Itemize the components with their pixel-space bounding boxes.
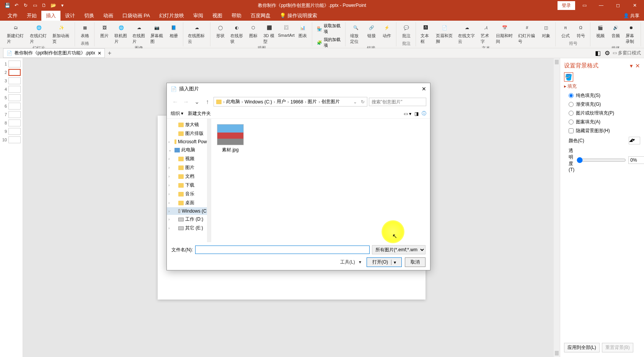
tab-home[interactable]: 开始: [22, 11, 41, 21]
hide-bg-checkbox[interactable]: 隐藏背景图形(H): [564, 126, 640, 135]
expand-icon[interactable]: ›: [168, 201, 170, 205]
search-input[interactable]: [369, 98, 426, 106]
tab-insert[interactable]: 插入: [41, 11, 60, 21]
tab-review[interactable]: 审阅: [189, 11, 208, 21]
open-icon[interactable]: 📂: [49, 1, 57, 10]
slide-thumb-row[interactable]: 1: [0, 60, 23, 68]
scroll-up-icon[interactable]: [555, 60, 559, 64]
tree-item[interactable]: 图片排版: [167, 129, 211, 138]
comment-button[interactable]: 💬批注: [399, 22, 413, 39]
close-tab-icon[interactable]: ✕: [98, 51, 101, 56]
tell-me-search[interactable]: 💡 操作说明搜索: [275, 11, 322, 21]
smartart-button[interactable]: ⿴SmartArt: [278, 22, 294, 38]
panel-close-icon[interactable]: ✕: [635, 62, 640, 69]
crumb[interactable]: Windows (C:): [245, 99, 272, 105]
picture-button[interactable]: 🖼图片: [98, 22, 111, 39]
pattern-fill-radio[interactable]: 图案填充(A): [564, 118, 640, 126]
shapes-button[interactable]: ◯形状: [214, 22, 227, 39]
expand-icon[interactable]: ›: [168, 174, 170, 178]
expand-icon[interactable]: ⌄: [168, 148, 171, 152]
organize-button[interactable]: 组织 ▾: [171, 110, 183, 117]
toolbar-settings-icon[interactable]: ⚙: [603, 49, 611, 57]
online-picture-button[interactable]: 🌐联机图片: [113, 22, 129, 45]
expand-icon[interactable]: ›: [168, 209, 170, 213]
redo-icon[interactable]: ↻: [21, 1, 30, 10]
folder-tree[interactable]: 放大镜图片排版›Microsoft Powe⌄此电脑›视频›图片›文档›下载›音…: [167, 119, 211, 242]
equation-button[interactable]: π公式: [559, 22, 572, 39]
slide-thumb-row[interactable]: 3: [0, 77, 23, 85]
tree-item[interactable]: ›下载: [167, 181, 211, 190]
expand-icon[interactable]: ›: [168, 217, 170, 221]
qat-more-icon[interactable]: ▾: [58, 1, 67, 10]
tab-baidu[interactable]: 百度网盘: [246, 11, 275, 21]
dialog-close-icon[interactable]: ✕: [422, 86, 426, 92]
tree-item[interactable]: ›图片: [167, 163, 211, 172]
refresh-icon[interactable]: ↻: [359, 99, 365, 105]
filetype-select[interactable]: 所有图片(*.emf;*.wmf;*.jpg;*.ji: [372, 245, 426, 254]
crumb[interactable]: 创意图片: [321, 98, 340, 105]
color-picker[interactable]: ◢▾: [629, 137, 640, 144]
slide-thumb-row[interactable]: 2: [0, 68, 23, 77]
share-button[interactable]: 👤 共享: [623, 13, 639, 19]
icons-button[interactable]: ⬡图标: [246, 22, 260, 39]
panel-dropdown-icon[interactable]: ▾: [630, 62, 633, 69]
close-icon[interactable]: ✕: [627, 0, 642, 11]
save-icon[interactable]: 💾: [3, 1, 11, 10]
tree-item[interactable]: ⌄此电脑: [167, 146, 211, 154]
crumb[interactable]: 此电脑: [226, 98, 240, 105]
table-button[interactable]: ▦表格: [78, 22, 92, 39]
new-icon[interactable]: 🗋: [40, 1, 48, 10]
fill-section[interactable]: ▸ 填充: [564, 82, 640, 91]
new-anim-page-button[interactable]: ✨新加动画页: [51, 22, 72, 45]
tree-item[interactable]: ›其它 (E:): [167, 224, 211, 233]
slide-thumb-row[interactable]: 9: [0, 127, 23, 136]
tree-item[interactable]: ›Windows (C:): [167, 207, 211, 215]
file-list[interactable]: 素材.jpg ↖: [211, 119, 430, 242]
object-button[interactable]: ◫对象: [539, 22, 553, 39]
slide-number-button[interactable]: #幻灯片编号: [517, 22, 538, 45]
present-icon[interactable]: ▭: [31, 1, 39, 10]
tree-item[interactable]: ›桌面: [167, 198, 211, 207]
vertical-scrollbar[interactable]: [554, 58, 560, 357]
tree-item[interactable]: ›Microsoft Powe: [167, 138, 211, 146]
tree-item[interactable]: ›视频: [167, 154, 211, 163]
action-button[interactable]: ⚡动作: [380, 22, 394, 39]
maximize-icon[interactable]: ◻: [610, 0, 626, 11]
transparency-slider[interactable]: [577, 157, 626, 163]
gradient-fill-radio[interactable]: 渐变填充(G): [564, 100, 640, 109]
expand-icon[interactable]: ›: [168, 140, 170, 144]
online-text-button[interactable]: ☁在线文字云: [457, 22, 478, 45]
nav-forward-icon[interactable]: →: [181, 97, 191, 106]
breadcrumb[interactable]: › 此电脑› Windows (C:)› 用户› 19868› 图片› 创意图片…: [214, 97, 367, 106]
slide-thumbnail[interactable]: [8, 128, 21, 135]
wordart-button[interactable]: 𝓐艺术字: [479, 22, 493, 45]
slide-thumbnail[interactable]: [8, 94, 21, 101]
link-button[interactable]: 🔗链接: [365, 22, 378, 39]
cancel-button[interactable]: 取消: [405, 257, 426, 267]
slide-thumbnail[interactable]: [8, 69, 21, 76]
picture-fill-radio[interactable]: 图片或纹理填充(P): [564, 109, 640, 118]
fill-category-icon[interactable]: 🪣: [564, 72, 573, 82]
datetime-button[interactable]: 📅日期和时间: [494, 22, 515, 45]
help-icon[interactable]: ⓘ: [422, 110, 426, 117]
view-mode-button[interactable]: ▭ ▾: [404, 111, 411, 116]
slide-thumb-row[interactable]: 4: [0, 85, 23, 93]
open-button[interactable]: 打开(O)▾: [367, 257, 402, 267]
my-addins-button[interactable]: 🧩我的加载项: [315, 36, 343, 49]
tab-animations[interactable]: 动画: [99, 11, 118, 21]
slide-thumb-row[interactable]: 8: [0, 119, 23, 127]
audio-button[interactable]: 🔊音频: [609, 22, 623, 39]
transparency-input[interactable]: [628, 156, 644, 164]
slide-thumbnail[interactable]: [8, 86, 21, 93]
video-button[interactable]: 🎬视频: [593, 22, 607, 39]
multiwindow-button[interactable]: ▭ 多窗口模式: [613, 50, 641, 56]
get-addins-button[interactable]: 🏪获取加载项: [315, 22, 343, 35]
screenshot-button[interactable]: 📷屏幕截图: [149, 22, 165, 45]
toolbar-icon-1[interactable]: ◧: [594, 49, 602, 57]
undo-icon[interactable]: ↶: [12, 1, 21, 10]
slide-thumb-row[interactable]: 10: [0, 136, 23, 144]
crumb[interactable]: 用户: [277, 98, 286, 105]
symbol-button[interactable]: Ω符号: [574, 22, 588, 39]
ribbon-display-icon[interactable]: ▭: [577, 0, 592, 11]
tab-pocket-anim[interactable]: 口袋动画 PA: [118, 11, 155, 21]
